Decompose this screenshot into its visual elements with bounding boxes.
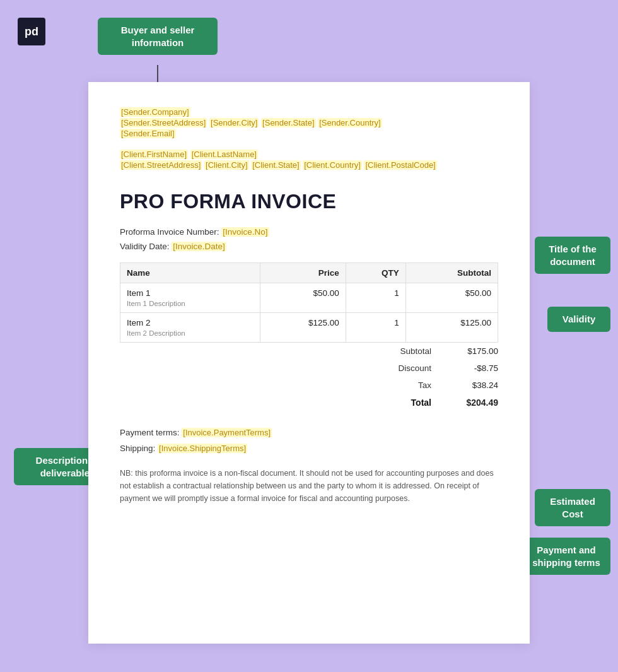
col-qty: QTY <box>346 263 405 283</box>
sender-email: [Sender.Email] <box>120 129 176 138</box>
nb-section: NB: this proforma invoice is a non-fisca… <box>120 467 498 505</box>
shipping-terms: [Invoice.ShippingTerms] <box>158 444 247 453</box>
sender-state: [Sender.State] <box>261 118 315 127</box>
tax-value: $38.24 <box>441 380 498 390</box>
col-name: Name <box>120 263 260 283</box>
validity-date-row: Validity Date: [Invoice.Date] <box>120 242 498 251</box>
item1-desc: Item 1 Description <box>127 300 254 307</box>
shipping-row: Shipping: [Invoice.ShippingTerms] <box>120 444 498 453</box>
total-label: Total <box>366 398 441 408</box>
validity-date: [Invoice.Date] <box>172 242 226 251</box>
payment-terms: [Invoice.PaymentTerms] <box>182 428 272 437</box>
col-subtotal: Subtotal <box>405 263 498 283</box>
totals-section: Subtotal $175.00 Discount -$8.75 Tax $38… <box>120 343 498 411</box>
table-row: Item 1 Item 1 Description $50.00 1 $50.0… <box>120 283 498 313</box>
sender-company: [Sender.Company] <box>120 107 190 117</box>
discount-value: -$8.75 <box>441 363 498 373</box>
item1-name: Item 1 Item 1 Description <box>120 283 260 313</box>
col-price: Price <box>260 263 346 283</box>
invoice-document: [Sender.Company] [Sender.StreetAddress] … <box>88 82 530 644</box>
client-street: [Client.StreetAddress] <box>120 160 202 170</box>
client-postal: [Client.PostalCode] <box>364 160 436 170</box>
tax-row: Tax $38.24 <box>120 377 498 394</box>
client-firstname: [Client.FirstName] <box>120 150 188 159</box>
doc-title: PRO FORMA INVOICE <box>120 190 498 213</box>
callout-title: Title of the document <box>535 237 610 274</box>
item2-qty: 1 <box>346 313 405 343</box>
client-lastname: [Client.LastName] <box>190 150 258 159</box>
nb-text: NB: this proforma invoice is a non-fisca… <box>120 469 494 503</box>
client-state: [Client.State] <box>251 160 300 170</box>
sender-city: [Sender.City] <box>209 118 259 127</box>
client-country: [Client.Country] <box>303 160 362 170</box>
client-info: [Client.FirstName] [Client.LastName] [Cl… <box>120 150 498 170</box>
logo-text: pd <box>25 25 38 38</box>
item2-price: $125.00 <box>260 313 346 343</box>
invoice-number-label: Proforma Invoice Number: <box>120 227 219 237</box>
subtotal-label: Subtotal <box>366 346 441 356</box>
invoice-number-row: Proforma Invoice Number: [Invoice.No] <box>120 227 498 237</box>
callout-payment: Payment and shipping terms <box>522 538 610 575</box>
payment-section: Payment terms: [Invoice.PaymentTerms] Sh… <box>120 428 498 453</box>
subtotal-value: $175.00 <box>441 346 498 356</box>
logo: pd <box>18 18 45 45</box>
callout-estimated: Estimated Cost <box>535 489 610 526</box>
discount-row: Discount -$8.75 <box>120 360 498 377</box>
shipping-label: Shipping: <box>120 444 155 453</box>
item1-subtotal: $50.00 <box>405 283 498 313</box>
item2-desc: Item 2 Description <box>127 329 254 337</box>
payment-terms-row: Payment terms: [Invoice.PaymentTerms] <box>120 428 498 437</box>
validity-label: Validity Date: <box>120 242 170 251</box>
sender-info: [Sender.Company] [Sender.StreetAddress] … <box>120 107 498 138</box>
total-value: $204.49 <box>441 398 498 408</box>
sender-street: [Sender.StreetAddress] <box>120 118 207 127</box>
item1-qty: 1 <box>346 283 405 313</box>
callout-validity: Validity <box>547 307 610 332</box>
discount-label: Discount <box>366 363 441 373</box>
item2-name: Item 2 Item 2 Description <box>120 313 260 343</box>
table-row: Item 2 Item 2 Description $125.00 1 $125… <box>120 313 498 343</box>
tax-label: Tax <box>366 380 441 390</box>
invoice-number: [Invoice.No] <box>221 227 269 237</box>
subtotal-row: Subtotal $175.00 <box>120 343 498 360</box>
total-row: Total $204.49 <box>120 394 498 411</box>
client-city: [Client.City] <box>204 160 248 170</box>
items-table: Name Price QTY Subtotal Item 1 Item 1 De… <box>120 262 498 343</box>
sender-country: [Sender.Country] <box>318 118 382 127</box>
payment-terms-label: Payment terms: <box>120 428 180 437</box>
callout-buyer: Buyer and seller information <box>98 18 218 55</box>
item1-price: $50.00 <box>260 283 346 313</box>
item2-subtotal: $125.00 <box>405 313 498 343</box>
